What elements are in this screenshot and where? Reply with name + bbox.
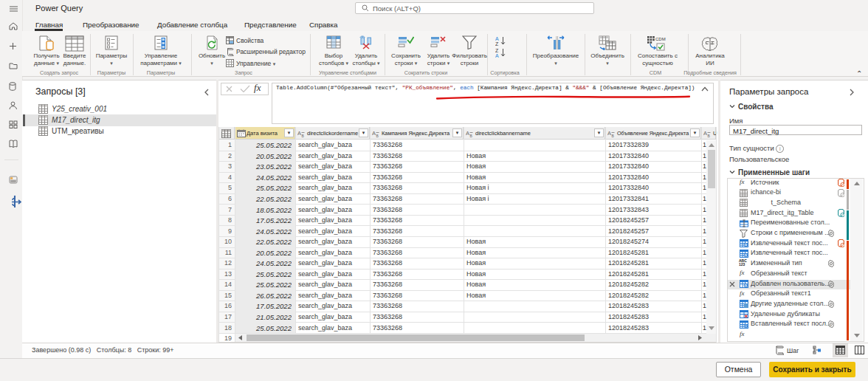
svg-text:A: A xyxy=(703,130,707,137)
svg-text:B: B xyxy=(612,134,615,138)
svg-text:B: B xyxy=(376,134,379,138)
svg-text:B: B xyxy=(470,134,473,138)
svg-text:A: A xyxy=(466,130,469,137)
svg-text:Z: Z xyxy=(495,48,499,53)
svg-text:CDM: CDM xyxy=(655,37,666,41)
svg-text:A: A xyxy=(495,53,499,58)
svg-text:A: A xyxy=(297,130,301,137)
svg-text:A: A xyxy=(372,130,376,137)
svg-text:Z: Z xyxy=(495,41,499,47)
svg-text:B: B xyxy=(302,134,305,138)
svg-text:B: B xyxy=(708,134,711,138)
svg-text:A: A xyxy=(495,36,499,41)
svg-text:A: A xyxy=(607,130,611,137)
